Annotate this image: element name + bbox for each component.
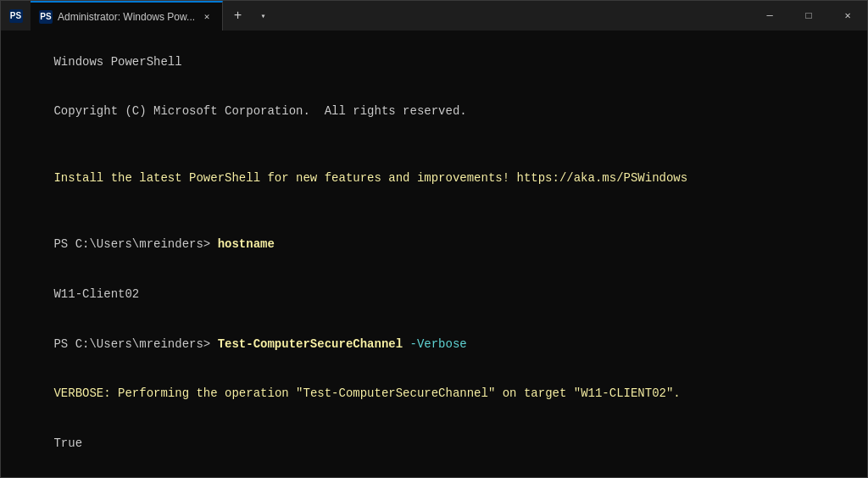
tab-dropdown-button[interactable]: ▾ [253, 1, 274, 31]
terminal-line-6: PS C:\Users\mreinders> hostname [11, 220, 857, 270]
terminal-body[interactable]: Windows PowerShell Copyright (C) Microso… [1, 31, 867, 477]
terminal-line-11: VERBOSE: The secure channel between the … [11, 469, 857, 477]
terminal-line-2: Copyright (C) Microsoft Corporation. All… [11, 87, 857, 137]
prompt-6: PS C:\Users\mreinders> [53, 237, 217, 251]
tab-close-button[interactable]: ✕ [200, 10, 214, 24]
terminal-line-4: Install the latest PowerShell for new fe… [11, 153, 857, 203]
verbose-msg-9: Performing the operation "Test-ComputerS… [118, 386, 681, 400]
active-tab[interactable]: PS Administrator: Windows Pow... ✕ [31, 1, 223, 31]
terminal-line-8: PS C:\Users\mreinders> Test-ComputerSecu… [11, 320, 857, 370]
system-icon: PS [1, 1, 31, 31]
window: PS PS Administrator: Windows Pow... ✕ + … [0, 0, 868, 478]
param-8: -Verbose [403, 337, 467, 351]
maximize-button[interactable]: □ [789, 1, 828, 31]
minimize-button[interactable]: ─ [750, 1, 789, 31]
terminal-line-7: W11-Client02 [11, 270, 857, 320]
terminal-line-5 [11, 203, 857, 220]
verbose-label-9: VERBOSE: [53, 386, 118, 400]
close-button[interactable]: ✕ [828, 1, 867, 31]
titlebar: PS PS Administrator: Windows Pow... ✕ + … [1, 1, 867, 31]
terminal-line-9: VERBOSE: Performing the operation "Test-… [11, 370, 857, 420]
terminal-line-10: True [11, 420, 857, 470]
prompt-8: PS C:\Users\mreinders> [53, 337, 217, 351]
tab-powershell-icon: PS [39, 10, 53, 24]
terminal-line-3 [11, 137, 857, 154]
cmd-6: hostname [218, 237, 275, 251]
new-tab-button[interactable]: + [223, 1, 253, 31]
powershell-icon: PS [9, 9, 23, 23]
tab-area: PS PS Administrator: Windows Pow... ✕ + … [1, 1, 750, 31]
window-controls: ─ □ ✕ [750, 1, 867, 31]
tab-title: Administrator: Windows Pow... [58, 11, 195, 23]
tab-ps-icon: PS [39, 10, 53, 24]
terminal-line-1: Windows PowerShell [11, 37, 857, 87]
cmd-8: Test-ComputerSecureChannel [218, 337, 403, 351]
